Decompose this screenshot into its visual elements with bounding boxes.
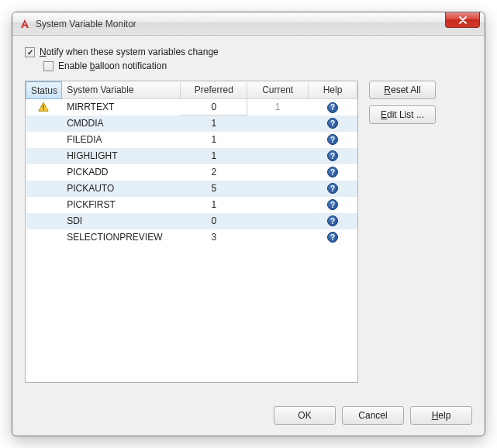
table-row[interactable]: HIGHLIGHT1? [26, 148, 357, 164]
sysvar-name: PICKFIRST [62, 197, 181, 213]
help-icon[interactable]: ? [327, 183, 338, 194]
reset-all-button[interactable]: Reset All [369, 81, 436, 99]
preferred-cell: 1 [181, 148, 247, 164]
table-row[interactable]: PICKAUTO5? [26, 181, 357, 197]
col-help[interactable]: Help [309, 82, 357, 99]
table-row[interactable]: PICKADD2? [26, 164, 357, 181]
help-cell: ? [309, 132, 357, 148]
status-cell [26, 229, 62, 246]
help-cell: ? [309, 229, 357, 246]
col-status[interactable]: Status [26, 82, 62, 99]
help-cell: ? [309, 213, 357, 229]
sysvar-name: CMDDIA [62, 115, 181, 132]
dialog-window: System Variable Monitor Notify when thes… [12, 12, 485, 436]
preferred-cell: 1 [181, 115, 247, 132]
preferred-cell[interactable]: 0 [181, 99, 247, 115]
current-cell [247, 229, 309, 246]
balloon-checkbox[interactable] [43, 61, 53, 71]
status-cell [26, 132, 62, 148]
balloon-label[interactable]: Enable balloon notification [58, 60, 167, 71]
status-cell [26, 213, 62, 229]
status-cell [26, 148, 62, 164]
warning-icon [31, 102, 57, 112]
window-title: System Variable Monitor [36, 19, 136, 29]
preferred-cell: 1 [181, 197, 247, 213]
sysvar-name: PICKADD [62, 164, 181, 181]
help-icon[interactable]: ? [327, 118, 338, 129]
help-icon[interactable]: ? [327, 102, 338, 113]
help-icon[interactable]: ? [327, 199, 338, 210]
app-icon [19, 18, 31, 30]
preferred-cell: 2 [181, 164, 247, 181]
current-cell [247, 197, 309, 213]
preferred-cell: 5 [181, 181, 247, 197]
titlebar[interactable]: System Variable Monitor [12, 12, 485, 36]
current-cell [247, 148, 309, 164]
current-cell [247, 213, 309, 229]
table-row[interactable]: SELECTIONPREVIEW3? [26, 229, 357, 246]
help-cell: ? [309, 164, 357, 181]
help-cell: ? [309, 99, 357, 115]
status-cell [26, 164, 62, 181]
close-button[interactable] [445, 12, 480, 28]
balloon-checkbox-row: Enable balloon notification [43, 60, 472, 71]
current-cell [247, 164, 309, 181]
current-cell [247, 115, 309, 132]
table-row[interactable]: CMDDIA1? [26, 115, 357, 132]
col-preferred[interactable]: Preferred [181, 82, 247, 99]
current-cell [247, 132, 309, 148]
help-cell: ? [309, 197, 357, 213]
help-icon[interactable]: ? [327, 232, 338, 243]
help-cell: ? [309, 181, 357, 197]
preferred-cell: 3 [181, 229, 247, 246]
notify-checkbox-row: Notify when these system variables chang… [25, 47, 472, 57]
sysvar-name: MIRRTEXT [62, 99, 181, 115]
col-current[interactable]: Current [247, 82, 309, 99]
sysvar-name: HIGHLIGHT [62, 148, 181, 164]
help-cell: ? [309, 115, 357, 132]
preferred-cell: 0 [181, 213, 247, 229]
help-icon[interactable]: ? [327, 134, 338, 145]
svg-rect-1 [43, 109, 44, 110]
table-row[interactable]: PICKFIRST1? [26, 197, 357, 213]
status-cell [26, 99, 62, 115]
svg-rect-0 [43, 105, 44, 109]
help-button[interactable]: Help [410, 406, 472, 425]
sysvar-name: FILEDIA [62, 132, 181, 148]
ok-button[interactable]: OK [274, 406, 336, 425]
help-cell: ? [309, 148, 357, 164]
notify-label[interactable]: Notify when these system variables chang… [40, 47, 219, 57]
sysvar-name: SDI [62, 213, 181, 229]
sysvar-table: Status System Variable Preferred Current… [25, 81, 358, 383]
table-row[interactable]: MIRRTEXT01? [26, 99, 357, 115]
status-cell [26, 197, 62, 213]
sysvar-name: PICKAUTO [62, 181, 181, 197]
edit-list-button[interactable]: Edit List ... [369, 105, 436, 124]
notify-checkbox[interactable] [25, 47, 35, 57]
table-row[interactable]: FILEDIA1? [26, 132, 357, 148]
preferred-cell: 1 [181, 132, 247, 148]
cancel-button[interactable]: Cancel [342, 406, 404, 425]
sysvar-name: SELECTIONPREVIEW [62, 229, 181, 246]
current-cell: 1 [247, 99, 309, 115]
table-row[interactable]: SDI0? [26, 213, 357, 229]
help-icon[interactable]: ? [327, 150, 338, 161]
status-cell [26, 115, 62, 132]
help-icon[interactable]: ? [327, 167, 338, 177]
help-icon[interactable]: ? [327, 215, 338, 226]
status-cell [26, 181, 62, 197]
col-sysvar[interactable]: System Variable [62, 82, 181, 99]
current-cell [247, 181, 309, 197]
